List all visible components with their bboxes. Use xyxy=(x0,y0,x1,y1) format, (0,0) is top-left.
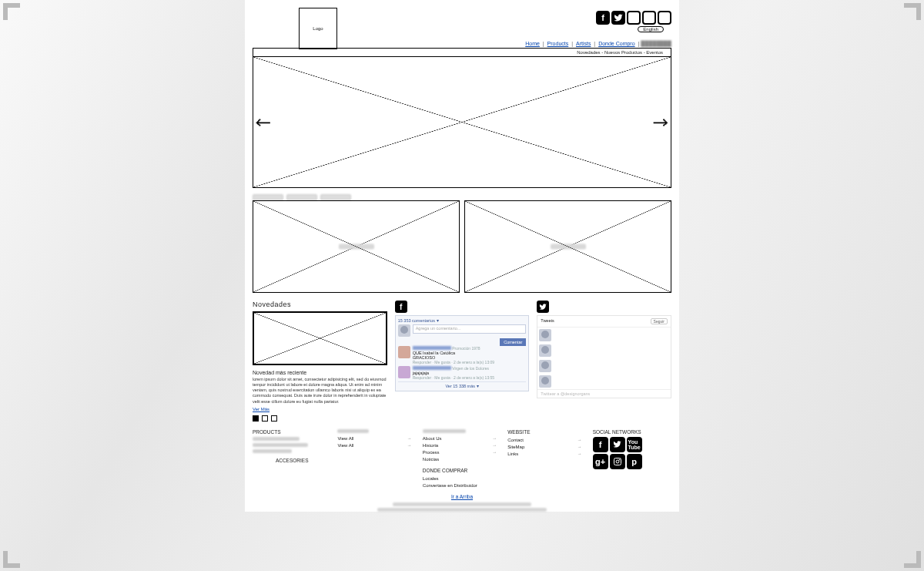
novedades-pagination xyxy=(253,415,387,422)
fb-name-2[interactable] xyxy=(413,366,451,370)
go-top-row: Ir a Arriba xyxy=(245,494,679,499)
footer-youtube-icon[interactable]: YouTube xyxy=(627,437,642,452)
footer-twitter-icon[interactable] xyxy=(610,437,625,452)
fb-comment-count[interactable]: 15 353 comentarios ▾ xyxy=(398,318,527,323)
tab-3[interactable] xyxy=(320,194,351,200)
hero-image-placeholder xyxy=(253,57,671,188)
fb-name-1[interactable] xyxy=(413,346,451,350)
main-nav: Home | Products | Artists | Donde Compro… xyxy=(524,41,671,46)
panel-left-label xyxy=(339,244,374,250)
footer-sitemap[interactable]: SiteMap→ xyxy=(507,444,586,451)
page-dot-1[interactable] xyxy=(253,415,259,422)
language-selector[interactable]: English xyxy=(638,26,664,32)
fb-extra-1: Promoción 1978 xyxy=(452,346,480,351)
footer-website-title: WEBSITE xyxy=(507,429,586,435)
carousel-next-arrow[interactable]: 🡒 xyxy=(653,114,668,132)
fb-input-row: Agrega un comentario... xyxy=(398,324,527,337)
novedades-body: lorem ipsum dolor sit amet, consectetur … xyxy=(253,377,387,405)
twitter-header: Tweets Seguir xyxy=(537,316,671,327)
footer-links[interactable]: Links→ xyxy=(507,451,586,458)
svg-point-2 xyxy=(619,459,620,460)
twitter-compose-input[interactable]: Twittear a @designorgans xyxy=(537,389,671,398)
carousel-prev-arrow[interactable]: 🡐 xyxy=(256,114,271,132)
fb-load-more[interactable]: Ver 15 338 más ▾ xyxy=(398,381,527,388)
footer-contact[interactable]: Contact→ xyxy=(507,437,586,444)
fb-comment-1: Promoción 1978 QUE Isabel la Católica GR… xyxy=(398,346,527,364)
twitter-header-icon xyxy=(537,301,549,313)
social-slot-5[interactable] xyxy=(658,11,671,25)
fb-avatar-1 xyxy=(398,346,410,358)
header: Logo f English Home | Products | Artists… xyxy=(245,5,679,46)
frame-corner-tl xyxy=(3,3,20,20)
tw-avatar-2 xyxy=(539,344,551,357)
page-dot-2[interactable] xyxy=(262,415,268,422)
frame-corner-bl xyxy=(3,551,20,568)
nav-home[interactable]: Home xyxy=(525,41,540,46)
footer-pinterest-icon[interactable]: p xyxy=(627,454,642,469)
content-row: Novedades Novedad más reciente lorem ips… xyxy=(253,301,671,422)
footer-locales[interactable]: Locales xyxy=(423,475,501,482)
footer-viewall-1[interactable]: View All→ xyxy=(337,435,416,442)
twitter-follow-button[interactable]: Seguir xyxy=(651,318,668,324)
footer-products-title: PRODUCTS xyxy=(253,429,331,435)
frame-corner-br xyxy=(904,551,921,568)
page-dot-3[interactable] xyxy=(271,415,277,422)
footer-facebook-icon[interactable]: f xyxy=(593,437,608,452)
tweets-label: Tweets xyxy=(541,318,554,324)
tab-2[interactable] xyxy=(286,194,317,200)
tweets-list[interactable] xyxy=(537,327,671,389)
footer-viewall-2[interactable]: View All→ xyxy=(337,442,416,449)
fb-comment-button[interactable]: Comentar xyxy=(500,338,526,346)
fb-comment-2: Virgen de los Dolores jajajajaja Respond… xyxy=(398,366,527,380)
nav-donde-compro[interactable]: Donde Compro xyxy=(598,41,634,46)
footer-blur-5 xyxy=(423,429,466,433)
arrow-right-icon: → xyxy=(407,442,412,449)
fb-extra-2: Virgen de los Dolores xyxy=(452,366,489,371)
facebook-header-icon: f xyxy=(395,301,407,313)
feature-panel-left[interactable] xyxy=(253,200,460,293)
twitter-icon[interactable] xyxy=(611,11,625,25)
footer: PRODUCTS ACCESORIES View All→ View All→ … xyxy=(253,429,671,489)
footer-col-company: About Us→ Historia→ Process→ Noticias DO… xyxy=(423,429,501,489)
footer-social-grid: f YouTube g+ p xyxy=(593,437,644,469)
footer-distribuidor[interactable]: Convertase en Distribuidor xyxy=(423,482,501,489)
footer-historia[interactable]: Historia→ xyxy=(423,442,501,449)
twitter-column: Tweets Seguir Twittear a @designorgans xyxy=(537,301,671,422)
footer-googleplus-icon[interactable]: g+ xyxy=(593,454,608,469)
facebook-icon[interactable]: f xyxy=(596,11,610,25)
nav-blurred-item[interactable]: ████████ xyxy=(641,41,671,46)
footer-process[interactable]: Process→ xyxy=(423,449,501,456)
footer-about-us[interactable]: About Us→ xyxy=(423,435,501,442)
novedades-image-placeholder xyxy=(253,311,387,365)
arrow-right-icon: → xyxy=(407,435,412,442)
social-slot-4[interactable] xyxy=(642,11,656,25)
novedades-title: Novedades xyxy=(253,301,387,308)
fb-comment-input[interactable]: Agrega un comentario... xyxy=(413,324,527,334)
footer-noticias[interactable]: Noticias xyxy=(423,456,501,463)
fb-meta-1: Responder · Me gusta · 2 de enero a la(s… xyxy=(413,360,527,364)
hero-carousel: 🡐 🡒 xyxy=(253,57,671,188)
twitter-widget: Tweets Seguir Twittear a @designorgans xyxy=(537,315,671,398)
go-top-link[interactable]: Ir a Arriba xyxy=(451,494,473,499)
feature-panel-right[interactable] xyxy=(464,200,671,293)
tweet-1 xyxy=(539,329,669,341)
nav-products[interactable]: Products xyxy=(547,41,569,46)
footer-col-website: WEBSITE Contact→ SiteMap→ Links→ xyxy=(507,429,586,489)
tab-1[interactable] xyxy=(253,194,283,200)
social-slot-3[interactable] xyxy=(627,11,641,25)
ver-mas-link[interactable]: Ver Más xyxy=(253,407,387,411)
feature-panels xyxy=(253,200,671,293)
nav-artists[interactable]: Artists xyxy=(576,41,591,46)
wireframe-page: Logo f English Home | Products | Artists… xyxy=(245,0,679,512)
footer-legal-blurred xyxy=(245,502,679,512)
header-social-row: f xyxy=(596,11,671,25)
footer-social-title: SOCIAL NETWORKS xyxy=(593,429,671,435)
panel-right-label xyxy=(551,244,586,250)
tw-avatar-4 xyxy=(539,375,551,388)
tw-avatar-1 xyxy=(539,329,551,341)
logo-placeholder[interactable]: Logo xyxy=(299,8,337,49)
novedades-subtitle: Novedad más reciente xyxy=(253,370,387,375)
footer-instagram-icon[interactable] xyxy=(610,454,625,469)
tw-avatar-3 xyxy=(539,360,551,372)
footer-donde-comprar-title: DONDE COMPRAR xyxy=(423,468,501,473)
